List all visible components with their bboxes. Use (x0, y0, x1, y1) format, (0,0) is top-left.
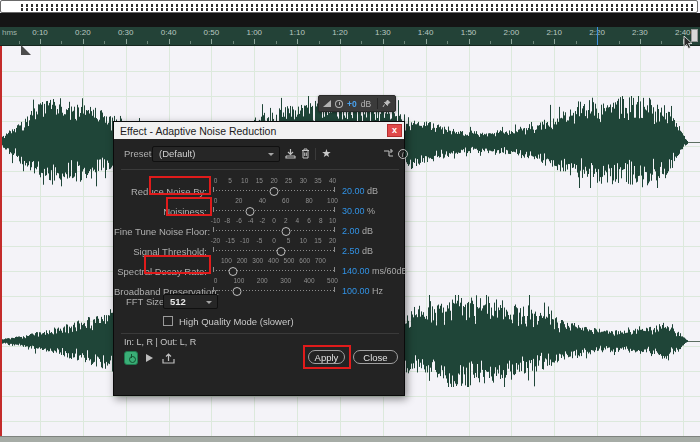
presets-dropdown[interactable]: (Default) (152, 146, 280, 162)
high-quality-label: High Quality Mode (slower) (179, 316, 294, 327)
slider-tick-label: 8 (319, 217, 323, 224)
slider-tick-label: -10 (240, 237, 249, 244)
panel-corner-grip-icon[interactable] (21, 45, 31, 55)
slider-value[interactable]: 2.50 dB (342, 246, 373, 256)
track-end-cap (213, 267, 214, 272)
favorite-star-icon[interactable]: ★ (320, 147, 333, 160)
hud-divider (377, 98, 378, 109)
slider-tick-label: 20 (270, 177, 277, 184)
slider-track[interactable]: 100200300400500600700 (213, 257, 335, 277)
apply-button[interactable]: Apply (308, 350, 345, 364)
slider-tick-label: 0 (272, 237, 276, 244)
high-quality-checkbox[interactable] (163, 316, 173, 326)
dialog-titlebar[interactable]: Effect - Adaptive Noise Reduction (114, 122, 404, 139)
fft-size-dropdown[interactable]: 512 (163, 294, 218, 309)
slider-tick-label: 10 (329, 217, 336, 224)
preview-play-button[interactable] (146, 354, 153, 362)
slider-knob[interactable] (270, 187, 279, 196)
slider-knob[interactable] (245, 207, 254, 216)
slider-tick-label: 100 (327, 197, 338, 204)
close-button[interactable]: Close (353, 350, 398, 364)
overview-waveform-bottom (21, 8, 693, 11)
slider-knob[interactable] (282, 227, 291, 236)
slider-tick-label: 600 (299, 257, 310, 264)
dialog-close-button[interactable]: x (387, 124, 402, 137)
slider-tick-label: 25 (285, 177, 292, 184)
slider-tick-label: 500 (284, 257, 295, 264)
timeline-tick-mark (83, 39, 84, 44)
slider-tick-label: -8 (224, 217, 230, 224)
slider-tick-label: 80 (306, 197, 313, 204)
slider-tick-label: 35 (314, 177, 321, 184)
timeline-minor-tick (619, 41, 620, 44)
track-end-cap (334, 267, 335, 272)
timeline-tick-label: 1:00 (246, 28, 262, 37)
slider-tick-label: -20 (211, 237, 220, 244)
slider-label: Noisiness: (114, 206, 207, 217)
hud-gain-toolbar: +0 dB (318, 95, 396, 112)
slider-track[interactable]: 0510152025303540 (213, 177, 335, 197)
slider-tick-label: 300 (280, 277, 291, 284)
timeline-minor-tick (319, 41, 320, 44)
slider-row: Noisiness:02040608010030.00 % (114, 197, 406, 217)
info-icon[interactable]: i (396, 147, 409, 160)
effect-power-toggle[interactable] (124, 351, 138, 365)
timeline-tick-mark (211, 39, 212, 44)
timeline-minor-tick (533, 41, 534, 44)
slider-value[interactable]: 2.00 dB (342, 226, 373, 236)
slider-label: Spectral Decay Rate: (114, 266, 207, 277)
slider-track[interactable]: -20-15-10-505101520 (213, 237, 335, 257)
fft-size-value: 512 (170, 296, 186, 307)
timeline-minor-tick (190, 41, 191, 44)
divider (121, 169, 399, 170)
export-settings-icon[interactable] (162, 351, 175, 369)
timeline-ruler[interactable]: hms 0:100:200:300:400:501:001:101:201:30… (0, 27, 700, 46)
track-end-cap (334, 187, 335, 192)
timeline-tick-label: 1:30 (375, 28, 391, 37)
slider-value[interactable]: 30.00 % (342, 206, 375, 216)
slider-value[interactable]: 20.00 dB (342, 186, 378, 196)
track-end-cap (334, 247, 335, 252)
toolbar-spacer (0, 13, 700, 27)
slider-tick-label: 60 (282, 197, 289, 204)
slider-tick-label: 30 (300, 177, 307, 184)
slider-row: Signal Threshold:-20-15-10-5051015202.50… (114, 237, 406, 257)
track-end-cap (213, 227, 214, 232)
slider-tick-label: 2 (284, 217, 288, 224)
hud-gain-value[interactable]: +0 (347, 99, 357, 109)
timeline-tick-mark (297, 39, 298, 44)
clock-icon[interactable] (335, 100, 343, 108)
chevron-down-icon (206, 301, 212, 304)
timeline-tick-mark (340, 39, 341, 44)
pin-icon[interactable] (382, 99, 391, 108)
track-end-cap (334, 287, 335, 292)
track-end-cap (213, 287, 214, 292)
timeline-tick-mark (254, 39, 255, 44)
slider-tick-label: -15 (225, 237, 234, 244)
slider-label: Reduce Noise By: (114, 186, 207, 197)
waveform-overview-strip[interactable] (0, 0, 698, 13)
slider-track[interactable]: 020406080100 (213, 197, 335, 217)
fft-size-label: FFT Size: (126, 296, 167, 307)
timeline-minor-tick (233, 41, 234, 44)
timeline-tick-mark (640, 39, 641, 44)
slider-track-line (213, 210, 335, 211)
slider-track[interactable]: -10-8-6-4-20246810 (213, 217, 335, 237)
timeline-tick-label: 1:20 (332, 28, 348, 37)
slider-knob[interactable] (228, 267, 237, 276)
slider-tick-label: 200 (237, 257, 248, 264)
slider-tick-label: 100 (233, 277, 244, 284)
slider-tick-label: 0 (272, 217, 276, 224)
timeline-minor-tick (147, 41, 148, 44)
save-preset-icon[interactable] (284, 147, 297, 160)
delete-preset-icon[interactable] (299, 147, 312, 160)
horizontal-scrollbar-strip[interactable] (0, 436, 700, 442)
timeline-tick-label: 0:10 (32, 28, 48, 37)
effect-dialog: Effect - Adaptive Noise Reduction x Pres… (113, 121, 405, 396)
timeline-minor-tick (490, 41, 491, 44)
channel-routing-icon[interactable] (382, 147, 395, 160)
volume-ramp-icon[interactable] (323, 100, 331, 107)
slider-value[interactable]: 140.00 ms/60dB (342, 266, 408, 276)
slider-knob[interactable] (277, 247, 286, 256)
slider-label: Fine Tune Noise Floor: (114, 226, 207, 237)
